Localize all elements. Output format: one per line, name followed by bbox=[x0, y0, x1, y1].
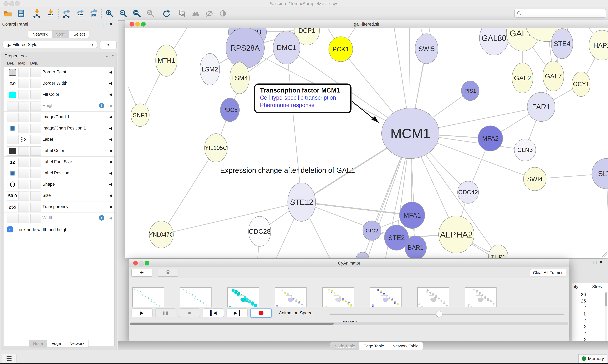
node-TUP1[interactable]: TUP1 bbox=[488, 245, 508, 258]
map-cell[interactable] bbox=[18, 214, 29, 223]
timeline-scrollbar[interactable] bbox=[130, 322, 568, 325]
def-cell[interactable]: 255 bbox=[7, 203, 18, 212]
def-cell[interactable] bbox=[7, 124, 18, 133]
go-to-start-button[interactable]: ▌◀ bbox=[203, 309, 224, 317]
node-CDC42[interactable]: CDC42 bbox=[457, 181, 479, 203]
expand-row-icon[interactable]: ◀ bbox=[109, 204, 112, 209]
minimize-icon[interactable] bbox=[139, 261, 144, 266]
map-cell[interactable] bbox=[18, 169, 29, 178]
map-cell[interactable] bbox=[18, 102, 29, 111]
node-GAL80[interactable]: GAL80 bbox=[479, 28, 509, 55]
hide-selected-button[interactable] bbox=[203, 8, 216, 19]
task-history-button[interactable] bbox=[2, 354, 16, 363]
def-cell[interactable] bbox=[7, 180, 18, 189]
lock-size-checkbox[interactable]: ✓ bbox=[7, 226, 13, 233]
node-SNF3[interactable]: SNF3 bbox=[131, 104, 149, 127]
copy-button[interactable] bbox=[176, 8, 188, 19]
expand-row-icon[interactable]: ◀ bbox=[109, 115, 112, 119]
byp-cell[interactable] bbox=[30, 191, 41, 200]
tab-edge[interactable]: Edge bbox=[47, 340, 65, 347]
close-icon[interactable] bbox=[133, 261, 138, 265]
tab-network[interactable]: Network bbox=[65, 340, 88, 347]
node-PIS1[interactable]: PIS1 bbox=[461, 81, 479, 101]
first-neighbors-button[interactable] bbox=[189, 8, 202, 19]
tab-node-table[interactable]: Node Table bbox=[330, 342, 359, 350]
def-cell[interactable] bbox=[7, 113, 18, 122]
node-CDC28[interactable]: CDC28 bbox=[249, 216, 271, 246]
refresh-button[interactable] bbox=[160, 8, 173, 19]
byp-cell[interactable] bbox=[30, 169, 41, 178]
mcm1-annotation[interactable]: Transcription factor MCM1 Cell-type-spec… bbox=[254, 83, 351, 113]
stop-button[interactable]: ■ bbox=[179, 309, 200, 317]
export-network-button[interactable] bbox=[60, 8, 73, 19]
expand-all-icon[interactable]: » bbox=[105, 54, 107, 59]
node-MFA1[interactable]: MFA1 bbox=[400, 202, 425, 229]
expand-row-icon[interactable]: ◀ bbox=[109, 81, 112, 86]
node-YNL047C[interactable]: YNL047C bbox=[149, 221, 174, 248]
node-GIC2[interactable]: GIC2 bbox=[363, 221, 381, 240]
close-window-button[interactable] bbox=[3, 1, 9, 6]
node-BOTP[interactable] bbox=[356, 252, 369, 258]
byp-cell[interactable] bbox=[30, 146, 41, 156]
def-cell[interactable] bbox=[7, 169, 18, 178]
expand-row-icon[interactable]: ◀ bbox=[109, 70, 112, 75]
node-FAR1[interactable]: FAR1 bbox=[527, 92, 555, 121]
node-SWI4[interactable]: SWI4 bbox=[524, 167, 546, 191]
node-BAR1[interactable]: BAR1 bbox=[405, 236, 426, 258]
node-MCM1[interactable]: MCM1 bbox=[382, 108, 439, 159]
zoom-out-button[interactable] bbox=[117, 8, 129, 19]
tab-select[interactable]: Select bbox=[69, 30, 89, 38]
zoom-in-button[interactable] bbox=[103, 8, 116, 19]
node-SWI5[interactable]: SWI5 bbox=[415, 34, 438, 64]
map-cell[interactable] bbox=[18, 90, 29, 99]
add-frame-button[interactable]: + bbox=[131, 269, 152, 277]
cyanimator-titlebar[interactable]: CyAnimator bbox=[129, 259, 569, 267]
search-field[interactable] bbox=[514, 9, 606, 18]
zoom-icon[interactable] bbox=[141, 22, 146, 26]
zoom-window-button[interactable] bbox=[15, 1, 20, 6]
tab-edge-table[interactable]: Edge Table bbox=[359, 342, 388, 350]
map-cell[interactable] bbox=[18, 180, 29, 189]
expand-row-icon[interactable]: ◀ bbox=[109, 92, 112, 97]
export-image-button[interactable] bbox=[87, 8, 100, 19]
node-ALPHA2[interactable]: ALPHA2 bbox=[439, 216, 474, 253]
expand-row-icon[interactable]: ◀ bbox=[109, 182, 112, 187]
edge-STE12-YNL047C[interactable] bbox=[161, 202, 302, 234]
node-MTH1[interactable]: MTH1 bbox=[156, 45, 177, 76]
byp-cell[interactable] bbox=[30, 113, 41, 122]
node-GCY1[interactable]: GCY1 bbox=[572, 72, 590, 96]
property-row-image-chart-1[interactable]: Image/Chart 1◀ bbox=[4, 112, 114, 123]
node-GAL2[interactable]: GAL2 bbox=[512, 63, 533, 93]
minimize-icon[interactable] bbox=[135, 22, 140, 26]
zoom-fit-button[interactable] bbox=[130, 8, 143, 19]
timeline-scrollbar-thumb[interactable] bbox=[130, 323, 334, 325]
expand-row-icon[interactable]: ◀ bbox=[109, 103, 112, 108]
expand-row-icon[interactable]: ◀ bbox=[109, 148, 112, 153]
float-panel-icon[interactable]: ▢ bbox=[103, 22, 109, 26]
expand-row-icon[interactable]: ◀ bbox=[109, 126, 112, 130]
node-STE12[interactable]: STE12 bbox=[288, 183, 316, 221]
byp-cell[interactable] bbox=[30, 214, 41, 223]
node-MFA2[interactable]: MFA2 bbox=[478, 126, 503, 151]
def-cell[interactable] bbox=[7, 146, 18, 156]
clear-all-frames-button[interactable]: Clear All Frames bbox=[530, 269, 566, 276]
node-SLT2[interactable]: SLT2 bbox=[592, 158, 608, 189]
node-HAP2[interactable]: HAP2 bbox=[589, 30, 608, 60]
expand-row-icon[interactable]: ◀ bbox=[109, 159, 112, 164]
property-row-transparency[interactable]: 255Transparency◀ bbox=[4, 201, 114, 213]
table-cell-stress-2[interactable]: 2 bbox=[573, 305, 586, 310]
def-cell[interactable] bbox=[7, 102, 18, 111]
node-RPS28A[interactable]: RPS28A bbox=[226, 28, 264, 68]
property-row-size[interactable]: 50.0Size◀ bbox=[4, 190, 114, 201]
byp-cell[interactable] bbox=[30, 135, 41, 144]
property-row-border-paint[interactable]: Border Paint◀ bbox=[4, 67, 114, 78]
collapse-all-icon[interactable]: » bbox=[112, 54, 114, 59]
table-column-ity[interactable]: ity bbox=[574, 284, 578, 289]
edge-YIL105C-YNL047C[interactable] bbox=[161, 148, 216, 234]
byp-cell[interactable] bbox=[30, 68, 41, 77]
close-panel-icon[interactable]: ✕ bbox=[109, 22, 115, 26]
record-button[interactable] bbox=[250, 309, 272, 318]
def-cell[interactable]: 12 bbox=[7, 158, 18, 167]
property-row-border-width[interactable]: 2.0Border Width◀ bbox=[4, 78, 114, 89]
byp-cell[interactable] bbox=[30, 158, 41, 167]
